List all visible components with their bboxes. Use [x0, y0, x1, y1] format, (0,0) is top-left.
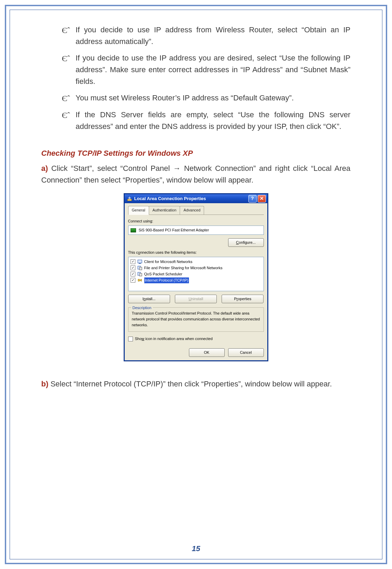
checkbox-icon[interactable]: ✓: [131, 265, 135, 270]
service-icon: [137, 265, 142, 270]
configure-button[interactable]: Configure...: [228, 238, 264, 247]
list-item[interactable]: ✓ QoS Packet Scheduler: [131, 271, 261, 277]
svg-rect-1: [138, 260, 142, 263]
list-item: Єˆ If the DNS Server fields are empty, s…: [41, 109, 350, 132]
checkbox-icon[interactable]: ✓: [131, 259, 135, 264]
svg-rect-2: [139, 263, 141, 264]
items-label: This connection uses the following items…: [128, 250, 264, 255]
svg-rect-4: [139, 267, 142, 270]
description-text: Transmission Control Protocol/Internet P…: [132, 310, 260, 328]
checkbox-icon[interactable]: ✓: [131, 272, 135, 276]
list-item[interactable]: ✓ File and Printer Sharing for Microsoft…: [131, 265, 261, 271]
xp-dialog-body: General Authentication Advanced Connect …: [125, 203, 267, 360]
bullet-list: Єˆ If you decide to use IP address from …: [41, 24, 350, 132]
list-item-label: Internet Protocol (TCP/IP): [144, 277, 189, 283]
svg-rect-6: [139, 273, 142, 276]
step-b-label: b): [41, 380, 51, 388]
xp-window-title: Local Area Connection Properties: [134, 195, 206, 202]
bullet-mark: Єˆ: [62, 92, 70, 105]
list-item-label: File and Printer Sharing for Microsoft N…: [144, 265, 223, 271]
step-a-text: Click “Start”, select “Control Panel → N…: [41, 164, 350, 184]
xp-titlebar[interactable]: Local Area Connection Properties ? ✕: [125, 194, 267, 203]
service-icon: [137, 272, 142, 276]
section-heading: Checking TCP/IP Settings for Windows XP: [41, 147, 350, 159]
tab-authentication[interactable]: Authentication: [149, 206, 180, 215]
list-item: Єˆ If you decide to use IP address from …: [41, 24, 350, 47]
list-item-text: You must set Wireless Router’s IP addres…: [76, 94, 294, 102]
properties-button[interactable]: Properties: [222, 295, 264, 303]
protocol-icon: [137, 278, 142, 283]
show-icon-row[interactable]: Show icon in notification area when conn…: [128, 336, 264, 342]
description-group: Description Transmission Control Protoco…: [128, 307, 264, 332]
list-item-label: Client for Microsoft Networks: [144, 259, 193, 265]
cancel-button[interactable]: Cancel: [228, 348, 264, 357]
xp-tab-strip: General Authentication Advanced: [128, 206, 264, 215]
checkbox-icon[interactable]: [128, 337, 133, 341]
step-b-paragraph: b) Select “Internet Protocol (TCP/IP)” t…: [41, 378, 350, 390]
xp-close-button[interactable]: ✕: [258, 195, 266, 203]
xp-help-button[interactable]: ?: [248, 195, 257, 203]
install-button[interactable]: Install...: [128, 295, 170, 303]
components-listbox[interactable]: ✓ Client for Microsoft Networks ✓ File a…: [128, 257, 264, 291]
list-item-text: If the DNS Server fields are empty, sele…: [76, 110, 350, 131]
network-icon: [127, 196, 132, 201]
list-item-selected[interactable]: ✓ Internet Protocol (TCP/IP): [131, 277, 261, 283]
checkbox-icon[interactable]: ✓: [131, 278, 135, 283]
list-item: Єˆ You must set Wireless Router’s IP add…: [41, 92, 350, 104]
bullet-mark: Єˆ: [62, 24, 70, 37]
connect-using-label: Connect using:: [128, 218, 264, 224]
bullet-mark: Єˆ: [62, 52, 70, 65]
step-a-paragraph: a) Click “Start”, select “Control Panel …: [41, 163, 350, 186]
tab-general[interactable]: General: [128, 206, 149, 215]
step-a-label: a): [41, 164, 51, 173]
ok-button[interactable]: OK: [189, 348, 225, 357]
list-item-label: QoS Packet Scheduler: [144, 271, 182, 277]
list-item: Єˆ If you decide to use the IP address y…: [41, 52, 350, 87]
step-b-text: Select “Internet Protocol (TCP/IP)” then…: [51, 380, 332, 388]
adapter-name: SiS 900-Based PCI Fast Ethernet Adapter: [139, 227, 209, 233]
svg-rect-0: [127, 199, 132, 201]
page-content: Єˆ If you decide to use IP address from …: [41, 24, 350, 390]
nic-icon: [131, 228, 136, 232]
tab-advanced[interactable]: Advanced: [180, 206, 204, 215]
list-item-text: If you decide to use IP address from Wir…: [76, 25, 350, 46]
adapter-field: SiS 900-Based PCI Fast Ethernet Adapter: [128, 226, 264, 235]
uninstall-button: Uninstall: [175, 295, 217, 303]
show-icon-label: Show icon in notification area when conn…: [135, 336, 213, 342]
client-icon: [137, 259, 142, 264]
list-item[interactable]: ✓ Client for Microsoft Networks: [131, 259, 261, 265]
page-number: 15: [0, 544, 392, 553]
xp-properties-dialog: Local Area Connection Properties ? ✕ Gen…: [124, 194, 268, 361]
list-item-text: If you decide to use the IP address you …: [76, 54, 350, 86]
description-legend: Description: [131, 305, 153, 311]
bullet-mark: Єˆ: [62, 109, 70, 122]
